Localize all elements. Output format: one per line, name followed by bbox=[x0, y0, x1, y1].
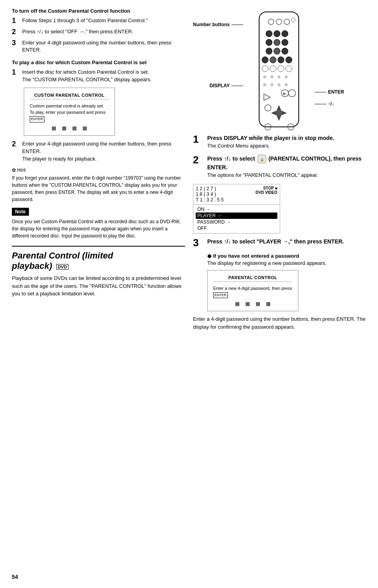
hint-text: If you forget your password, enter the 6… bbox=[12, 174, 185, 203]
note-section: Note Once you set Custom Parental Contro… bbox=[12, 208, 185, 239]
no-password-label: If you have not entered a password bbox=[213, 253, 299, 259]
step-num-1a: 1 bbox=[12, 17, 19, 25]
arrow-label-wrap: ↑/↓ bbox=[315, 101, 344, 107]
remote-labels-left: Number buttons DISPLAY bbox=[193, 22, 243, 88]
step-3a: 3 Enter your 4-digit password using the … bbox=[12, 39, 185, 54]
step-2a: 2 Press ↑/↓ to select "OFF →," then pres… bbox=[12, 28, 185, 36]
step-num-2b: 2 bbox=[12, 140, 19, 148]
display-box-title: CUSTOM PARENTAL CONTROL bbox=[30, 93, 109, 100]
parental-heading: Parental Control (limitedplayback) DVD bbox=[12, 251, 185, 271]
svg-point-13 bbox=[282, 48, 288, 54]
enter-key-inline: ENTER bbox=[30, 116, 44, 123]
right-step-3-text: Press ↑/↓ to select "PLAYER →," then pre… bbox=[207, 238, 344, 245]
svg-text:⊖: ⊖ bbox=[263, 75, 266, 79]
menu-stop-label: STOP ■ bbox=[263, 186, 277, 190]
bottom-text: Enter a 4-digit password using the numbe… bbox=[193, 315, 366, 331]
section1-steps: 1 Follow Steps 1 through 3 of "Custom Pa… bbox=[12, 17, 185, 54]
parental-password-dots bbox=[213, 302, 292, 306]
right-column: Number buttons DISPLAY bbox=[193, 8, 366, 331]
password-dots-group bbox=[30, 126, 109, 130]
step-text-2b: Enter your 4-digit password using the nu… bbox=[22, 140, 185, 163]
menu-box-header-right: STOP ■ DVD VIDEO bbox=[256, 186, 277, 203]
section-divider bbox=[12, 246, 185, 247]
left-column: To turn off the Custom Parental Control … bbox=[12, 8, 185, 331]
number-buttons-label: Number buttons bbox=[193, 22, 230, 27]
svg-point-11 bbox=[266, 48, 272, 54]
menu-dvd-label: DVD VIDEO bbox=[256, 190, 277, 195]
arrow-label: ↑/↓ bbox=[328, 101, 334, 107]
right-step-1-num: 1 bbox=[193, 134, 203, 144]
svg-marker-30 bbox=[264, 94, 270, 100]
arrow-line bbox=[315, 104, 326, 104]
svg-marker-35 bbox=[277, 115, 281, 121]
svg-point-14 bbox=[262, 57, 268, 63]
parental-display-title: PARENTAL CONTROL bbox=[213, 275, 292, 282]
svg-point-17 bbox=[286, 57, 292, 63]
svg-text:⊖: ⊖ bbox=[263, 82, 266, 87]
svg-point-39 bbox=[265, 105, 271, 111]
parental-dot-2 bbox=[246, 302, 250, 306]
parental-display-box: PARENTAL CONTROL Enter a new 4-digit pas… bbox=[207, 270, 298, 311]
menu-box-body: ON → PLAYER → PASSWORD → OFF bbox=[193, 205, 280, 233]
parental-dot-3 bbox=[256, 302, 260, 306]
svg-point-5 bbox=[266, 31, 272, 37]
svg-point-7 bbox=[282, 31, 288, 37]
right-step-2-num: 2 bbox=[193, 155, 203, 165]
svg-point-10 bbox=[282, 39, 288, 46]
step-1a: 1 Follow Steps 1 through 3 of "Custom Pa… bbox=[12, 17, 185, 25]
parental-menu-box: 1 2 ( 2 7 ) 1 8 ( 3 4 ) T 1 : 3 2 : 5 5 … bbox=[193, 184, 280, 234]
svg-point-9 bbox=[274, 39, 280, 46]
menu-item-player: PLAYER → bbox=[196, 213, 277, 219]
svg-point-15 bbox=[270, 57, 276, 63]
dvd-badge: DVD bbox=[56, 264, 69, 270]
step-text-1a: Follow Steps 1 through 3 of "Custom Pare… bbox=[22, 17, 148, 25]
svg-text:⊖: ⊖ bbox=[270, 82, 273, 87]
no-password-header: ◆ If you have not entered a password bbox=[207, 253, 366, 259]
hint-section: ✿ Hint If you forget your password, ente… bbox=[12, 167, 185, 203]
svg-marker-34 bbox=[277, 105, 281, 111]
svg-point-2 bbox=[276, 19, 282, 25]
menu-item-password: PASSWORD → bbox=[196, 219, 277, 225]
password-dot-4 bbox=[83, 126, 87, 130]
parental-body: Playback of some DVDs can be limited acc… bbox=[12, 274, 185, 298]
right-step-3-num: 3 bbox=[193, 237, 203, 248]
parental-control-icon: 🔒 bbox=[258, 155, 266, 163]
svg-text:🔒: 🔒 bbox=[259, 157, 264, 162]
enter-key-inline-2: ENTER bbox=[213, 292, 228, 299]
svg-text:⊖: ⊖ bbox=[277, 82, 281, 87]
right-step-1-content: Press DISPLAY while the player is in sto… bbox=[207, 134, 334, 150]
right-step-1: 1 Press DISPLAY while the player is in s… bbox=[193, 134, 366, 150]
step-1b: 1 Insert the disc for which Custom Paren… bbox=[12, 69, 185, 84]
right-step-2-normal: The options for "PARENTAL CONTROL" appea… bbox=[207, 172, 318, 178]
right-step-2-content: Press ↑/↓ to select 🔒 (PARENTAL CONTROL)… bbox=[207, 155, 366, 179]
password-dot-1 bbox=[52, 126, 56, 130]
svg-text:▶: ▶ bbox=[283, 92, 286, 96]
svg-text:⊖: ⊖ bbox=[277, 75, 281, 79]
svg-point-4 bbox=[291, 18, 295, 22]
enter-label-wrap: ENTER bbox=[315, 89, 344, 95]
section2-steps: 1 Insert the disc for which Custom Paren… bbox=[12, 69, 185, 84]
step-num-3a: 3 bbox=[12, 39, 19, 47]
step-text-3a: Enter your 4-digit password using the nu… bbox=[22, 39, 185, 54]
svg-point-21 bbox=[286, 65, 292, 72]
menu-header-line1: 1 2 ( 2 7 ) bbox=[196, 186, 224, 192]
step-num-1b: 1 bbox=[12, 69, 19, 77]
svg-text:⊖: ⊖ bbox=[284, 82, 288, 87]
svg-point-3 bbox=[284, 19, 290, 25]
svg-point-8 bbox=[266, 39, 272, 46]
enter-line bbox=[315, 92, 326, 92]
right-step-1-bold: Press DISPLAY while the player is in sto… bbox=[207, 135, 334, 141]
page-number: 54 bbox=[12, 574, 18, 580]
svg-point-1 bbox=[268, 19, 274, 25]
svg-point-20 bbox=[278, 65, 284, 72]
menu-box-header-left: 1 2 ( 2 7 ) 1 8 ( 3 4 ) T 1 : 3 2 : 5 5 bbox=[196, 186, 224, 203]
svg-marker-36 bbox=[271, 111, 277, 115]
custom-parental-display-box: CUSTOM PARENTAL CONTROL Custom parental … bbox=[24, 88, 115, 136]
menu-header-line2: 1 8 ( 3 4 ) bbox=[196, 192, 224, 197]
number-buttons-line bbox=[231, 25, 243, 25]
page-layout: To turn off the Custom Parental Control … bbox=[12, 8, 366, 331]
display-label-wrap: DISPLAY bbox=[210, 83, 243, 88]
right-step-2-bold: Press ↑/↓ to select 🔒 (PARENTAL CONTROL)… bbox=[207, 155, 361, 170]
svg-text:⊖: ⊖ bbox=[270, 75, 273, 79]
hint-title: ✿ Hint bbox=[12, 167, 185, 173]
